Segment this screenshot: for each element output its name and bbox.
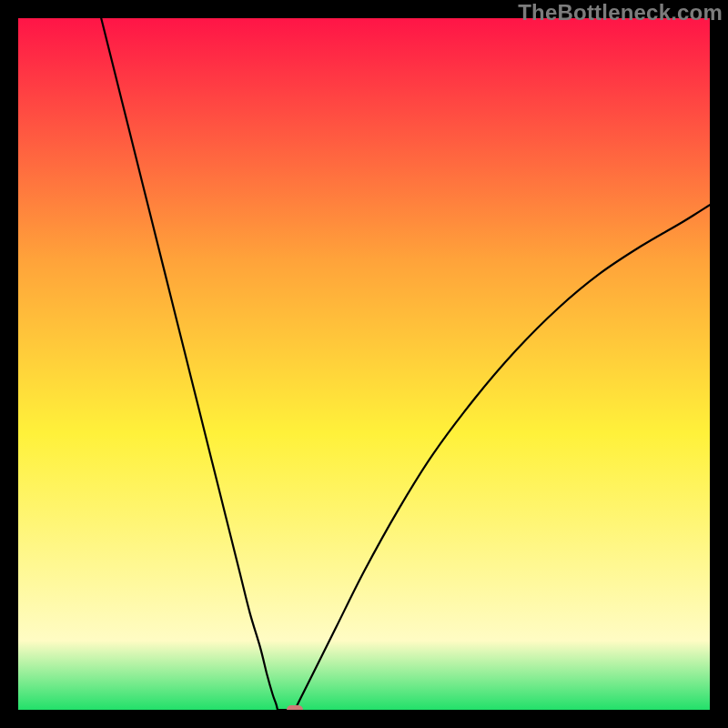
gradient-background (18, 18, 710, 710)
watermark-text: TheBottleneck.com (518, 0, 723, 25)
svg-rect-0 (18, 18, 710, 710)
plot-area (18, 18, 710, 710)
chart-frame: TheBottleneck.com (0, 0, 728, 728)
